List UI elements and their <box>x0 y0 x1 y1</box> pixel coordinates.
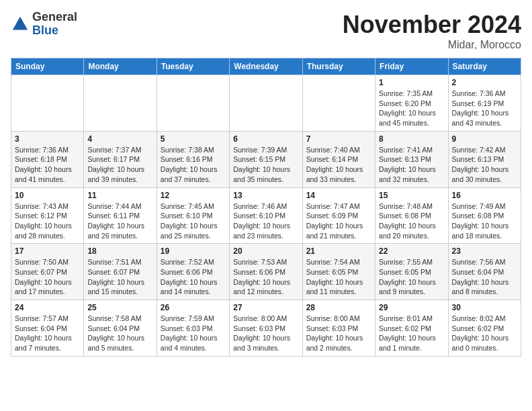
day-info: Sunrise: 7:37 AM Sunset: 6:17 PM Dayligh… <box>87 145 152 185</box>
calendar-cell: 25Sunrise: 7:58 AM Sunset: 6:04 PM Dayli… <box>84 300 157 357</box>
calendar-cell: 20Sunrise: 7:53 AM Sunset: 6:06 PM Dayli… <box>230 244 302 300</box>
day-info: Sunrise: 7:36 AM Sunset: 6:18 PM Dayligh… <box>15 145 80 185</box>
logo: General Blue <box>11 11 77 38</box>
calendar-week-row: 10Sunrise: 7:43 AM Sunset: 6:12 PM Dayli… <box>11 187 521 244</box>
day-info: Sunrise: 7:50 AM Sunset: 6:07 PM Dayligh… <box>15 257 80 297</box>
calendar-cell <box>11 75 84 132</box>
calendar-cell: 14Sunrise: 7:47 AM Sunset: 6:09 PM Dayli… <box>302 187 375 244</box>
day-info: Sunrise: 7:48 AM Sunset: 6:08 PM Dayligh… <box>379 201 444 241</box>
calendar-cell: 21Sunrise: 7:54 AM Sunset: 6:05 PM Dayli… <box>302 244 375 300</box>
day-info: Sunrise: 7:44 AM Sunset: 6:11 PM Dayligh… <box>87 201 152 241</box>
day-info: Sunrise: 8:01 AM Sunset: 6:02 PM Dayligh… <box>379 314 444 353</box>
logo-text: General Blue <box>32 11 77 38</box>
day-info: Sunrise: 7:42 AM Sunset: 6:13 PM Dayligh… <box>452 145 517 185</box>
calendar-cell: 2Sunrise: 7:36 AM Sunset: 6:19 PM Daylig… <box>448 75 521 132</box>
calendar-cell: 18Sunrise: 7:51 AM Sunset: 6:07 PM Dayli… <box>84 244 157 300</box>
day-info: Sunrise: 8:00 AM Sunset: 6:03 PM Dayligh… <box>233 314 298 353</box>
day-number: 24 <box>15 303 80 312</box>
day-number: 5 <box>161 134 226 144</box>
calendar-cell: 29Sunrise: 8:01 AM Sunset: 6:02 PM Dayli… <box>375 300 448 357</box>
day-number: 20 <box>233 246 298 256</box>
day-number: 17 <box>15 246 80 256</box>
title-block: November 2024 Midar, Morocco <box>343 11 521 51</box>
calendar-week-row: 1Sunrise: 7:35 AM Sunset: 6:20 PM Daylig… <box>11 75 521 132</box>
calendar-header-row: SundayMondayTuesdayWednesdayThursdayFrid… <box>11 58 521 75</box>
day-info: Sunrise: 7:46 AM Sunset: 6:10 PM Dayligh… <box>233 201 298 241</box>
column-header-saturday: Saturday <box>448 58 521 75</box>
calendar-cell: 7Sunrise: 7:40 AM Sunset: 6:14 PM Daylig… <box>302 131 375 187</box>
day-number: 14 <box>306 191 371 200</box>
calendar-cell <box>157 75 229 132</box>
location: Midar, Morocco <box>343 39 521 51</box>
day-info: Sunrise: 7:57 AM Sunset: 6:04 PM Dayligh… <box>15 314 80 353</box>
column-header-sunday: Sunday <box>11 58 84 75</box>
day-number: 30 <box>452 303 517 312</box>
day-info: Sunrise: 7:56 AM Sunset: 6:04 PM Dayligh… <box>452 257 517 297</box>
day-info: Sunrise: 7:58 AM Sunset: 6:04 PM Dayligh… <box>87 314 152 353</box>
day-number: 27 <box>233 303 298 312</box>
column-header-wednesday: Wednesday <box>230 58 302 75</box>
calendar-cell: 26Sunrise: 7:59 AM Sunset: 6:03 PM Dayli… <box>157 300 229 357</box>
day-info: Sunrise: 7:35 AM Sunset: 6:20 PM Dayligh… <box>379 89 444 128</box>
day-number: 28 <box>306 303 371 312</box>
calendar-cell: 23Sunrise: 7:56 AM Sunset: 6:04 PM Dayli… <box>448 244 521 300</box>
calendar-cell: 11Sunrise: 7:44 AM Sunset: 6:11 PM Dayli… <box>84 187 157 244</box>
calendar-cell: 12Sunrise: 7:45 AM Sunset: 6:10 PM Dayli… <box>157 187 229 244</box>
day-number: 2 <box>452 78 517 87</box>
day-number: 10 <box>15 191 80 200</box>
day-info: Sunrise: 7:38 AM Sunset: 6:16 PM Dayligh… <box>161 145 226 185</box>
logo-blue: Blue <box>32 24 77 38</box>
day-info: Sunrise: 8:00 AM Sunset: 6:03 PM Dayligh… <box>306 314 371 353</box>
calendar-cell: 6Sunrise: 7:39 AM Sunset: 6:15 PM Daylig… <box>230 131 302 187</box>
day-number: 6 <box>233 134 298 144</box>
day-info: Sunrise: 7:59 AM Sunset: 6:03 PM Dayligh… <box>161 314 226 353</box>
calendar-cell: 8Sunrise: 7:41 AM Sunset: 6:13 PM Daylig… <box>375 131 448 187</box>
day-info: Sunrise: 7:53 AM Sunset: 6:06 PM Dayligh… <box>233 257 298 297</box>
day-info: Sunrise: 7:52 AM Sunset: 6:06 PM Dayligh… <box>161 257 226 297</box>
calendar-week-row: 24Sunrise: 7:57 AM Sunset: 6:04 PM Dayli… <box>11 300 521 357</box>
calendar-cell: 16Sunrise: 7:49 AM Sunset: 6:08 PM Dayli… <box>448 187 521 244</box>
calendar-cell: 19Sunrise: 7:52 AM Sunset: 6:06 PM Dayli… <box>157 244 229 300</box>
day-number: 22 <box>379 246 444 256</box>
column-header-thursday: Thursday <box>302 58 375 75</box>
calendar-week-row: 17Sunrise: 7:50 AM Sunset: 6:07 PM Dayli… <box>11 244 521 300</box>
calendar-cell <box>84 75 157 132</box>
svg-marker-0 <box>13 17 28 30</box>
column-header-tuesday: Tuesday <box>157 58 229 75</box>
day-info: Sunrise: 7:51 AM Sunset: 6:07 PM Dayligh… <box>87 257 152 297</box>
day-info: Sunrise: 7:45 AM Sunset: 6:10 PM Dayligh… <box>161 201 226 241</box>
day-number: 8 <box>379 134 444 144</box>
calendar-cell: 15Sunrise: 7:48 AM Sunset: 6:08 PM Dayli… <box>375 187 448 244</box>
day-number: 19 <box>161 246 226 256</box>
day-number: 13 <box>233 191 298 200</box>
day-number: 26 <box>161 303 226 312</box>
logo-general: General <box>32 11 77 24</box>
logo-icon <box>11 15 30 34</box>
day-number: 16 <box>452 191 517 200</box>
day-number: 25 <box>87 303 152 312</box>
day-number: 9 <box>452 134 517 144</box>
column-header-friday: Friday <box>375 58 448 75</box>
calendar-cell: 9Sunrise: 7:42 AM Sunset: 6:13 PM Daylig… <box>448 131 521 187</box>
day-number: 15 <box>379 191 444 200</box>
day-info: Sunrise: 8:02 AM Sunset: 6:02 PM Dayligh… <box>452 314 517 353</box>
day-number: 12 <box>161 191 226 200</box>
day-number: 4 <box>87 134 152 144</box>
calendar-table: SundayMondayTuesdayWednesdayThursdayFrid… <box>11 58 521 357</box>
day-number: 29 <box>379 303 444 312</box>
calendar-cell: 1Sunrise: 7:35 AM Sunset: 6:20 PM Daylig… <box>375 75 448 132</box>
calendar-cell: 10Sunrise: 7:43 AM Sunset: 6:12 PM Dayli… <box>11 187 84 244</box>
day-number: 3 <box>15 134 80 144</box>
calendar-cell: 22Sunrise: 7:55 AM Sunset: 6:05 PM Dayli… <box>375 244 448 300</box>
calendar-week-row: 3Sunrise: 7:36 AM Sunset: 6:18 PM Daylig… <box>11 131 521 187</box>
calendar-cell: 5Sunrise: 7:38 AM Sunset: 6:16 PM Daylig… <box>157 131 229 187</box>
day-number: 1 <box>379 78 444 87</box>
column-header-monday: Monday <box>84 58 157 75</box>
calendar-cell: 4Sunrise: 7:37 AM Sunset: 6:17 PM Daylig… <box>84 131 157 187</box>
calendar-cell: 13Sunrise: 7:46 AM Sunset: 6:10 PM Dayli… <box>230 187 302 244</box>
day-number: 23 <box>452 246 517 256</box>
calendar-cell: 17Sunrise: 7:50 AM Sunset: 6:07 PM Dayli… <box>11 244 84 300</box>
day-number: 21 <box>306 246 371 256</box>
day-info: Sunrise: 7:39 AM Sunset: 6:15 PM Dayligh… <box>233 145 298 185</box>
day-info: Sunrise: 7:36 AM Sunset: 6:19 PM Dayligh… <box>452 89 517 128</box>
